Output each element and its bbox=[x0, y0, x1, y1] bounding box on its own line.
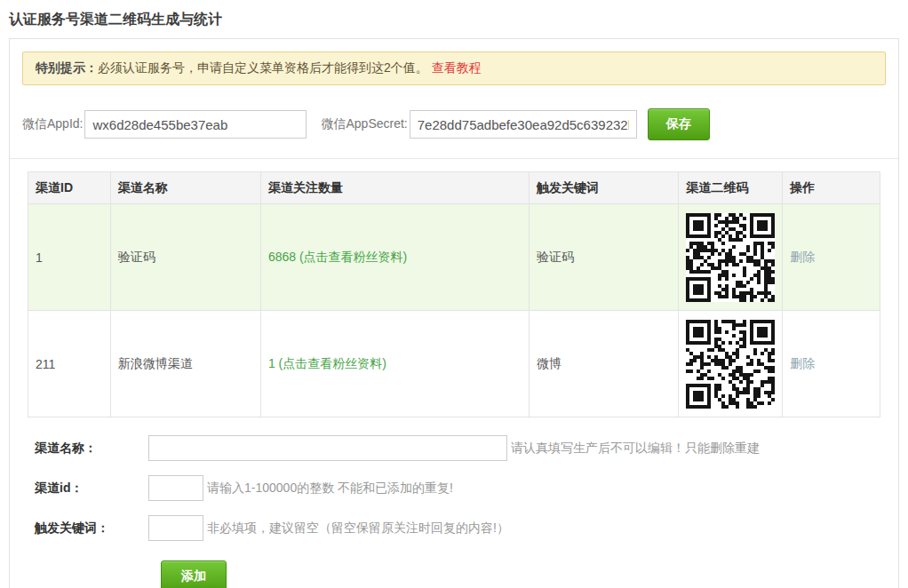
page-title: 认证服务号渠道二维码生成与统计 bbox=[0, 0, 908, 38]
add-button-row: 添加 bbox=[22, 560, 886, 588]
trigger-keyword-hint: 非必填项，建议留空（留空保留原关注时回复的内容!） bbox=[207, 520, 509, 536]
cell-actions: 删除 bbox=[783, 204, 880, 311]
table-row: 1 验证码 6868 (点击查看粉丝资料) 验证码 删除 bbox=[28, 204, 880, 311]
channel-name-label: 渠道名称： bbox=[22, 441, 148, 457]
tutorial-link[interactable]: 查看教程 bbox=[432, 60, 482, 75]
delete-link[interactable]: 删除 bbox=[790, 356, 815, 370]
appid-label: 微信AppId: bbox=[22, 116, 83, 132]
appid-input[interactable] bbox=[84, 110, 307, 139]
notice-bar: 特别提示：必须认证服务号，申请自定义菜单资格后才能得到这2个值。查看教程 bbox=[22, 52, 886, 85]
fans-detail-link[interactable]: 6868 (点击查看粉丝资料) bbox=[268, 250, 407, 264]
fans-detail-link[interactable]: 1 (点击查看粉丝资料) bbox=[268, 356, 386, 370]
channel-table: 渠道ID 渠道名称 渠道关注数量 触发关键词 渠道二维码 操作 1 验证码 68… bbox=[28, 171, 880, 417]
add-channel-form: 渠道名称： 请认真填写生产后不可以编辑！只能删除重建 渠道id： 请输入1-10… bbox=[10, 417, 898, 588]
notice-text: 必须认证服务号，申请自定义菜单资格后才能得到这2个值。 bbox=[98, 60, 428, 75]
trigger-keyword-label: 触发关键词： bbox=[22, 520, 148, 536]
cell-qr-code bbox=[679, 311, 783, 417]
cell-keyword: 微博 bbox=[530, 311, 679, 417]
header-qr-code: 渠道二维码 bbox=[679, 172, 783, 204]
channel-id-hint: 请输入1-100000的整数 不能和已添加的重复! bbox=[207, 481, 453, 497]
appsecret-input[interactable] bbox=[410, 110, 637, 139]
trigger-keyword-row: 触发关键词： 非必填项，建议留空（留空保留原关注时回复的内容!） bbox=[22, 515, 886, 541]
cell-follow-count: 1 (点击查看粉丝资料) bbox=[260, 311, 529, 417]
header-channel-id: 渠道ID bbox=[28, 172, 111, 204]
header-follow-count: 渠道关注数量 bbox=[260, 172, 529, 204]
table-header-row: 渠道ID 渠道名称 渠道关注数量 触发关键词 渠道二维码 操作 bbox=[28, 172, 880, 204]
channel-id-row: 渠道id： 请输入1-100000的整数 不能和已添加的重复! bbox=[22, 475, 886, 501]
qr-code-image bbox=[686, 320, 775, 409]
cell-actions: 删除 bbox=[783, 311, 880, 417]
notice-prefix: 特别提示： bbox=[36, 60, 98, 75]
channel-name-hint: 请认真填写生产后不可以编辑！只能删除重建 bbox=[511, 441, 760, 457]
header-trigger-keyword: 触发关键词 bbox=[530, 172, 679, 204]
cell-channel-name: 验证码 bbox=[110, 204, 260, 311]
channel-id-label: 渠道id： bbox=[22, 481, 148, 497]
header-channel-name: 渠道名称 bbox=[110, 172, 260, 204]
table-row: 211 新浪微博渠道 1 (点击查看粉丝资料) 微博 删除 bbox=[28, 311, 880, 417]
save-button[interactable]: 保存 bbox=[648, 108, 710, 140]
header-actions: 操作 bbox=[783, 172, 880, 204]
appsecret-label: 微信AppSecret: bbox=[321, 116, 407, 132]
cell-channel-id: 1 bbox=[28, 204, 111, 311]
channel-id-input[interactable] bbox=[148, 475, 203, 501]
cell-channel-id: 211 bbox=[28, 311, 111, 417]
add-button[interactable]: 添加 bbox=[161, 560, 227, 588]
delete-link[interactable]: 删除 bbox=[790, 250, 815, 264]
channel-name-input[interactable] bbox=[148, 435, 507, 461]
channel-name-row: 渠道名称： 请认真填写生产后不可以编辑！只能删除重建 bbox=[22, 435, 886, 461]
cell-channel-name: 新浪微博渠道 bbox=[110, 311, 260, 417]
main-panel: 特别提示：必须认证服务号，申请自定义菜单资格后才能得到这2个值。查看教程 微信A… bbox=[9, 38, 899, 588]
cell-follow-count: 6868 (点击查看粉丝资料) bbox=[260, 204, 529, 311]
qr-code-image bbox=[686, 213, 775, 302]
trigger-keyword-input[interactable] bbox=[148, 515, 203, 541]
cell-keyword: 验证码 bbox=[530, 204, 679, 311]
cell-qr-code bbox=[679, 204, 783, 311]
credentials-form: 微信AppId: 微信AppSecret: 保存 bbox=[10, 98, 898, 159]
